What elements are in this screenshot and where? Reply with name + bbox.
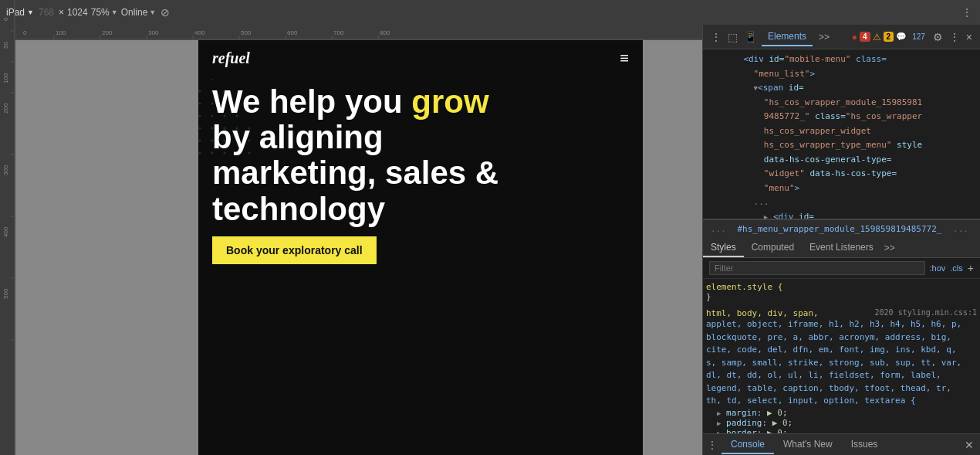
ruler-horizontal: 0 100 200 300 400 500 600 700 80 xyxy=(15,25,702,40)
css-prop-padding: ▶ padding: ▶ 0; xyxy=(706,418,977,428)
svg-text:700: 700 xyxy=(333,29,344,36)
styles-tab-more[interactable]: >> xyxy=(881,243,898,253)
devtools-more2-button[interactable]: ⋮ xyxy=(948,29,961,45)
online-selector[interactable]: Online ▼ xyxy=(121,7,157,18)
filter-add[interactable]: + xyxy=(968,262,974,274)
tree-indent xyxy=(708,197,749,207)
error-icon: ● xyxy=(852,32,857,42)
ruler-row: 0 100 200 300 400 500 600 700 80 xyxy=(0,25,702,40)
tree-indent xyxy=(708,111,759,121)
devtools-content: <div id="mobile-menu" class= "menu_list"… xyxy=(703,49,980,455)
devtools-panel: ⋮ ⬚ 📱 Elements >> ● 4 ⚠ 2 💬 127 ⚙ ⋮ × xyxy=(702,25,980,455)
svg-text:50: 50 xyxy=(2,42,9,49)
site-nav: refuel ≡ xyxy=(198,40,643,76)
svg-text:300: 300 xyxy=(2,165,9,175)
whats-new-tab[interactable]: What's New xyxy=(774,436,842,454)
svg-text:300: 300 xyxy=(148,29,159,36)
console-tab[interactable]: Console xyxy=(721,436,774,454)
no-throttle-button[interactable]: ⊘ xyxy=(159,5,171,20)
devtools-tab-more[interactable]: >> xyxy=(816,32,833,42)
bottom-tab-bar: ⋮ Console What's New Issues ✕ xyxy=(703,433,980,455)
tree-line[interactable]: hs_cos_wrapper_widget xyxy=(703,124,980,139)
svg-text:100: 100 xyxy=(56,29,66,36)
svg-text:500: 500 xyxy=(2,288,9,299)
devtools-toolbar: ⋮ ⬚ 📱 Elements >> ● 4 ⚠ 2 💬 127 ⚙ ⋮ × xyxy=(703,25,980,49)
hero-text-grow: grow xyxy=(411,83,488,120)
ruler-vertical: 0 50 100 200 300 400 500 xyxy=(0,40,15,455)
settings-button[interactable]: ⚙ xyxy=(931,29,945,45)
tree-line[interactable]: "widget" data-hs-cos-type= xyxy=(703,167,980,182)
css-rules: element.style { } html, body, div, span,… xyxy=(703,279,980,433)
css-close-line: } xyxy=(706,292,977,302)
css-prop-margin: ▶ margin: ▶ 0; xyxy=(706,408,977,418)
tree-indent xyxy=(708,183,759,193)
tree-indent xyxy=(708,69,749,79)
device-toggle-button[interactable]: 📱 xyxy=(742,29,759,45)
filter-hov[interactable]: :hov xyxy=(930,263,946,273)
breadcrumb-sep2 xyxy=(945,224,950,234)
more-options-button[interactable]: ⋮ xyxy=(960,5,974,20)
dimension-separator: × xyxy=(59,7,64,18)
inspect-button[interactable]: ⬚ xyxy=(726,29,739,45)
svg-text:0: 0 xyxy=(23,29,27,36)
issues-tab[interactable]: Issues xyxy=(842,436,887,454)
top-bar: iPad ▼ 768 × 1024 75% ▼ Online ▼ ⊘ ⋮ xyxy=(0,0,980,25)
bottom-menu-icon[interactable]: ⋮ xyxy=(703,440,721,450)
hamburger-menu[interactable]: ≡ xyxy=(620,49,629,67)
tree-indent xyxy=(708,97,759,107)
warning-icon: ⚠ xyxy=(873,32,881,42)
browser-section: 0 100 200 300 400 500 600 700 80 xyxy=(0,25,702,455)
tree-line[interactable]: "menu_list"> xyxy=(703,67,980,82)
site-hero: We help you grow by aligning marketing, … xyxy=(198,76,643,264)
tree-indent xyxy=(708,54,738,64)
warning-badge: 2 xyxy=(884,32,894,42)
computed-tab[interactable]: Computed xyxy=(744,239,802,257)
comment-badge: 127 xyxy=(909,32,928,42)
height-value: 1024 xyxy=(67,7,88,18)
zoom-label: 75% xyxy=(91,7,110,18)
tree-line[interactable]: hs_cos_wrapper_type_menu" style xyxy=(703,138,980,153)
css-selector-extra: applet, object, iframe, h1, h2, h3, h4, … xyxy=(706,318,977,408)
hero-text-part1: We help you xyxy=(212,83,411,120)
elements-tab[interactable]: Elements xyxy=(762,28,813,46)
tree-line[interactable]: data-hs-cos-general-type= xyxy=(703,153,980,168)
tree-line[interactable]: 9485772_" class="hs_cos_wrapper xyxy=(703,110,980,124)
event-listeners-tab[interactable]: Event Listeners xyxy=(802,239,881,257)
tree-line[interactable]: "menu"> xyxy=(703,182,980,196)
hero-text-part4: technology xyxy=(212,191,385,227)
styles-tab[interactable]: Styles xyxy=(703,239,744,257)
css-selector-main: html, body, div, span, 2020 styling.min.… xyxy=(706,308,977,318)
svg-text:200: 200 xyxy=(102,29,113,36)
svg-text:800: 800 xyxy=(380,29,390,36)
svg-text:100: 100 xyxy=(2,73,9,83)
zoom-chevron: ▼ xyxy=(111,8,118,16)
tree-indent xyxy=(708,168,759,178)
filter-input[interactable] xyxy=(709,261,925,275)
tree-line[interactable]: ▼<span id= xyxy=(703,81,980,96)
breadcrumb-item[interactable]: #hs_menu_wrapper_module_159859819485772_ xyxy=(738,224,942,234)
tree-line[interactable]: <div id="mobile-menu" class= xyxy=(703,53,980,67)
tree-indent xyxy=(708,140,759,150)
top-bar-right: ⋮ xyxy=(960,5,974,20)
css-rule-element-style: element.style { } xyxy=(706,282,977,302)
filter-cls[interactable]: .cls xyxy=(950,263,963,273)
css-selector-line: element.style { xyxy=(706,282,977,292)
tree-line[interactable]: ... xyxy=(703,195,980,210)
online-chevron: ▼ xyxy=(149,8,156,16)
zoom-selector[interactable]: 75% ▼ xyxy=(91,7,118,18)
top-bar-left: iPad ▼ 768 × 1024 75% ▼ Online ▼ ⊘ xyxy=(6,5,171,20)
comment-icon: 💬 xyxy=(896,32,907,42)
main-area: 0 100 200 300 400 500 600 700 80 xyxy=(0,25,980,455)
device-chevron: ▼ xyxy=(27,8,34,16)
devtools-more-button[interactable]: ⋮ xyxy=(709,29,723,45)
css-source: 2020 styling.min.css:1 xyxy=(875,308,977,317)
tree-line[interactable]: "hs_cos_wrapper_module_15985981 xyxy=(703,96,980,110)
devtools-bottom-close[interactable]: ✕ xyxy=(965,439,974,451)
devtools-close-button[interactable]: × xyxy=(965,29,974,45)
filter-bar: :hov .cls + xyxy=(703,258,980,279)
viewport-row: 0 50 100 200 300 400 500 xyxy=(0,40,702,455)
svg-text:400: 400 xyxy=(194,29,205,36)
breadcrumb-sep xyxy=(729,224,735,234)
tree-line[interactable]: ▶ <div id= xyxy=(703,210,980,220)
cta-button[interactable]: Book your exploratory call xyxy=(212,236,377,264)
